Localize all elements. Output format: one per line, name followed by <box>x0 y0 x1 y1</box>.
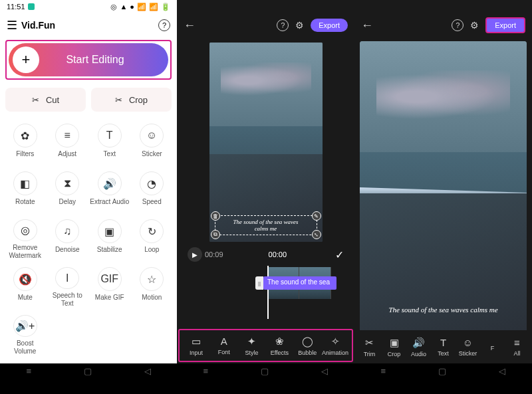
effects-icon: ❀ <box>275 336 284 347</box>
tool-speech-to-text[interactable]: ISpeech to Text <box>47 263 89 311</box>
start-editing-button[interactable]: + Start Editing <box>9 43 168 76</box>
cut-label: Cut <box>46 95 59 105</box>
style-icon: ✦ <box>247 336 256 347</box>
back-button[interactable]: ← <box>361 19 373 33</box>
export-button[interactable]: Export <box>311 19 348 32</box>
nav-home[interactable]: ▢ <box>84 366 92 376</box>
confirm-button[interactable]: ✓ <box>335 248 344 261</box>
tab-sticker[interactable]: ☺Sticker <box>456 337 480 357</box>
tool-filters[interactable]: ✿Filters <box>4 120 47 167</box>
export-button[interactable]: Export <box>485 17 525 33</box>
edit-handle-icon[interactable]: ✎ <box>312 211 321 221</box>
tool-speed[interactable]: ◔Speed <box>131 167 174 215</box>
rotate-icon: ◧ <box>13 171 37 195</box>
help-icon[interactable]: ? <box>277 19 289 31</box>
text-clip-handle[interactable]: || <box>255 276 263 290</box>
tool-label: Remove Watermark <box>5 244 45 259</box>
play-button[interactable]: ▶ <box>188 247 202 262</box>
nav-back[interactable]: ◁ <box>144 366 151 376</box>
tool-remove-watermark[interactable]: ◎Remove Watermark <box>4 215 47 263</box>
status-icons: ◎▲●📶📶🔋 <box>110 3 170 11</box>
status-bar <box>354 0 532 13</box>
tab-crop[interactable]: ▣Crop <box>382 337 406 357</box>
tab-label: Bubble <box>298 349 317 356</box>
speed-icon: ◔ <box>140 171 164 195</box>
app-title: Vid.Fun <box>21 20 158 31</box>
tab-audio[interactable]: 🔊Audio <box>406 337 431 357</box>
tab-label: Audio <box>411 351 426 357</box>
adjust-icon: ≡ <box>55 124 79 148</box>
tool-delay[interactable]: ⧗Delay <box>47 167 89 215</box>
delete-handle-icon[interactable]: 🗑 <box>211 211 220 221</box>
tab-bubble[interactable]: ◯Bubble <box>293 336 321 356</box>
tool-label: Loop <box>144 246 159 254</box>
crop-icon: ✂ <box>115 95 122 105</box>
tool-label: Speech to Text <box>48 292 88 307</box>
mute-icon: 🔇 <box>13 267 37 291</box>
tab-font[interactable]: AFont <box>210 336 238 355</box>
nav-home[interactable]: ▢ <box>261 366 269 376</box>
copy-handle-icon[interactable]: ⧉ <box>211 230 220 239</box>
sticker-icon: ☺ <box>140 124 164 148</box>
tool-label: Sticker <box>142 150 162 158</box>
nav-back[interactable]: ◁ <box>499 366 505 376</box>
tool-label: Denoise <box>55 246 80 254</box>
tool-mute[interactable]: 🔇Mute <box>4 263 47 311</box>
nav-recent[interactable]: ≡ <box>26 366 31 376</box>
tool-loop[interactable]: ↻Loop <box>131 215 174 263</box>
tool-text[interactable]: TText <box>88 120 131 167</box>
tool-label: Delay <box>59 198 76 206</box>
tool-motion[interactable]: ☆Motion <box>131 263 174 311</box>
tool-label: Filters <box>16 150 34 158</box>
text-clip[interactable]: The sound of the sea <box>263 276 336 290</box>
tool-label: Make GIF <box>95 294 124 302</box>
caption-text: The sound of the sea waves calms me <box>227 219 305 232</box>
settings-icon[interactable]: ⚙ <box>470 20 479 31</box>
tab-trim[interactable]: ✂Trim <box>357 337 382 357</box>
nav-recent[interactable]: ≡ <box>203 366 209 376</box>
crop-button[interactable]: ✂ Crop <box>91 88 172 112</box>
tab-f[interactable]: F <box>480 343 505 351</box>
video-preview[interactable]: The sound of the sea waves calms me <box>360 41 527 334</box>
tab-input[interactable]: ▭Input <box>182 336 210 356</box>
tab-animation[interactable]: ✧Animation <box>321 336 349 356</box>
video-preview[interactable]: 🗑 ✎ ⧉ ⤡ The sound of the sea waves calms… <box>209 43 323 242</box>
scissors-icon: ✂ <box>32 95 39 105</box>
tab-label: Text <box>438 350 449 357</box>
all-icon: ≡ <box>514 337 520 348</box>
audio-icon: 🔊 <box>412 337 425 349</box>
time-pos: 00:00 <box>269 250 287 258</box>
tab-label: All <box>513 350 520 357</box>
tool-label: Mute <box>18 294 33 302</box>
tool-denoise[interactable]: ♫Denoise <box>47 215 89 263</box>
nav-home[interactable]: ▢ <box>438 366 446 376</box>
tab-label: Sticker <box>459 350 477 357</box>
tab-effects[interactable]: ❀Effects <box>265 336 293 356</box>
tool-rotate[interactable]: ◧Rotate <box>4 167 47 215</box>
tool-label: Stabilize <box>97 246 122 254</box>
denoise-icon: ♫ <box>55 219 79 243</box>
back-button[interactable]: ← <box>184 19 196 33</box>
tool-make-gif[interactable]: GIFMake GIF <box>88 263 131 311</box>
text-overlay[interactable]: 🗑 ✎ ⧉ ⤡ The sound of the sea waves calms… <box>215 215 317 235</box>
help-icon[interactable]: ? <box>158 19 170 31</box>
nav-recent[interactable]: ≡ <box>381 366 386 376</box>
cut-button[interactable]: ✂ Cut <box>5 88 86 112</box>
time-current: 00:09 <box>205 250 223 258</box>
tab-style[interactable]: ✦Style <box>238 336 266 356</box>
help-icon[interactable]: ? <box>452 19 464 31</box>
tab-all[interactable]: ≡All <box>505 337 529 357</box>
tool-stabilize[interactable]: ▣Stabilize <box>88 215 131 263</box>
playhead[interactable] <box>267 266 269 319</box>
settings-icon[interactable]: ⚙ <box>295 20 304 31</box>
nav-back[interactable]: ◁ <box>321 366 328 376</box>
tab-label: Trim <box>364 351 376 357</box>
tool-boost-volume[interactable]: 🔊+Boost Volume <box>4 311 47 359</box>
resize-handle-icon[interactable]: ⤡ <box>312 230 321 239</box>
tool-extract-audio[interactable]: 🔊Extract Audio <box>88 167 131 215</box>
menu-icon[interactable]: ☰ <box>7 18 17 33</box>
tool-sticker[interactable]: ☺Sticker <box>131 120 174 167</box>
input-icon: ▭ <box>192 336 201 347</box>
tab-text[interactable]: TText <box>431 337 456 357</box>
tool-adjust[interactable]: ≡Adjust <box>47 120 89 167</box>
